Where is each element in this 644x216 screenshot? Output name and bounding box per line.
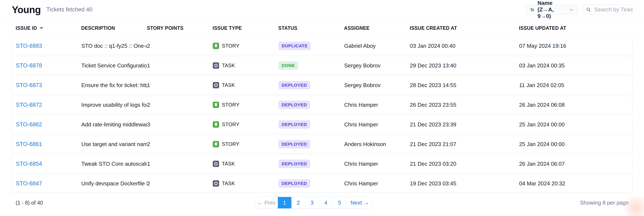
created-at-cell: 29 Dec 2023 13:40 — [410, 62, 519, 69]
ticket-id-link[interactable]: STO-6883 — [16, 43, 42, 49]
status-badge: DUPLICATE — [278, 42, 311, 50]
created-at-cell: 26 Dec 2023 23:55 — [410, 102, 519, 108]
description-cell: Unify devspace Dockerfile build — [81, 180, 147, 187]
sort-direction-icon — [40, 27, 43, 30]
table-row: STO-6883 STO doc :: q1-fy25 :: One-click… — [12, 37, 632, 55]
tickets-fetched-count: Tickets fetched 40 — [46, 6, 92, 13]
updated-at-cell: 25 Jan 2024 00:00 — [519, 121, 632, 128]
page-button-2[interactable]: 2 — [292, 197, 305, 208]
pagination-bar: (1 - 8) of 40 ← Prev 1 2 3 4 5 Next → Sh… — [12, 197, 632, 208]
created-at-cell: 21 Dec 2023 23:39 — [410, 121, 519, 128]
search-container — [583, 5, 636, 14]
page-title: Young — [12, 4, 41, 16]
ticket-id-link[interactable]: STO-6854 — [16, 161, 42, 167]
story-icon — [213, 141, 219, 147]
status-badge: DEPLOYED — [278, 140, 310, 148]
description-cell: Add rate-limiting middleware to S... — [81, 121, 147, 128]
story-points-cell: 2 — [147, 43, 213, 49]
table-row: STO-6878 Ticket Service Configuration 1 … — [12, 56, 632, 74]
issue-type-cell: Story — [213, 43, 278, 49]
per-page-text: Showing 8 per page — [580, 200, 629, 206]
issue-type-cell: Task — [213, 82, 278, 88]
status-badge: DEPLOYED — [278, 120, 310, 129]
issue-type-label: Story — [222, 122, 240, 128]
top-bar: Young Tickets fetched 40 Name (Z→A, 9→0) — [0, 0, 644, 20]
assignee-cell: Anders Hokinson — [344, 141, 410, 148]
story-points-cell: 1 — [147, 62, 213, 69]
table-row: STO-6854 Tweak STO Core autoscaling par.… — [12, 155, 632, 173]
column-header-description: Description — [81, 25, 147, 31]
issue-type-cell: Task — [213, 161, 278, 167]
created-at-cell: 03 Jan 2024 00:40 — [410, 43, 519, 49]
table-row: STO-6847 Unify devspace Dockerfile build… — [12, 174, 632, 192]
assignee-cell: Chris Hamper — [344, 180, 410, 187]
updated-at-cell: 04 Mar 2024 20:32 — [519, 180, 632, 187]
sort-dropdown[interactable]: Name (Z→A, 9→0) — [526, 5, 578, 14]
description-cell: Ticket Service Configuration — [81, 62, 147, 69]
arrow-left-icon: ← — [257, 200, 263, 206]
page-button-3[interactable]: 3 — [305, 197, 319, 208]
next-page-button[interactable]: Next → — [346, 197, 373, 208]
table-row: STO-6861 Use target and variant name sea… — [12, 135, 632, 153]
description-cell: Improve usability of logs for failur... — [81, 102, 147, 108]
issue-type-cell: Task — [213, 62, 278, 69]
search-icon — [586, 7, 591, 12]
issue-type-label: Task — [222, 82, 235, 88]
updated-at-cell: 07 May 2024 19:16 — [519, 43, 632, 49]
assignee-cell: Chris Hamper — [344, 161, 410, 167]
created-at-cell: 28 Dec 2023 14:55 — [410, 82, 519, 88]
status-badge: DEPLOYED — [278, 100, 310, 109]
ticket-id-link[interactable]: STO-6862 — [16, 121, 42, 128]
issue-type-cell: Story — [213, 141, 278, 147]
column-header-story-points: Story Points — [147, 25, 212, 31]
page-button-1[interactable]: 1 — [278, 197, 292, 208]
updated-at-cell: 26 Jan 2024 06:08 — [519, 102, 632, 108]
story-points-cell: 1 — [147, 161, 213, 167]
updated-at-cell: 03 Jan 2024 00:35 — [519, 62, 632, 69]
issue-type-cell: Story — [213, 121, 278, 128]
result-range-text: (1 - 8) of 40 — [16, 200, 43, 206]
arrow-right-icon: → — [364, 200, 369, 206]
prev-page-button[interactable]: ← Prev — [255, 197, 278, 208]
column-header-issue-updated-at: Issue Updated At — [519, 25, 632, 31]
assignee-cell: Sergey Bobrov — [344, 62, 410, 69]
updated-at-cell: 26 Jan 2024 06:07 — [519, 161, 632, 167]
ticket-id-link[interactable]: STO-6847 — [16, 180, 42, 186]
ticket-id-link[interactable]: STO-6878 — [16, 62, 42, 69]
ticket-id-link[interactable]: STO-6872 — [16, 102, 42, 108]
story-points-cell: 1 — [147, 82, 213, 88]
ticket-id-link[interactable]: STO-6873 — [16, 82, 42, 88]
issue-type-label: Story — [222, 141, 240, 147]
column-header-status: Status — [278, 25, 344, 31]
page-button-4[interactable]: 4 — [319, 197, 333, 208]
issue-type-cell: Task — [213, 180, 278, 186]
status-badge: DEPLOYED — [278, 179, 310, 188]
chevron-down-icon — [569, 8, 574, 12]
table-header-row: Issue ID Description Story Points Issue … — [12, 20, 632, 37]
pager: ← Prev 1 2 3 4 5 Next → — [255, 197, 373, 208]
table-row: STO-6872 Improve usability of logs for f… — [12, 96, 632, 114]
task-icon — [213, 82, 219, 88]
updated-at-cell: 11 Jan 2024 02:05 — [519, 82, 632, 88]
issue-type-cell: Story — [213, 102, 278, 108]
description-cell: STO doc :: q1-fy25 :: One-click e... — [81, 43, 147, 49]
description-cell: Tweak STO Core autoscaling par... — [81, 161, 147, 167]
table-row: STO-6873 Ensure the fix for ticket: http… — [12, 76, 632, 94]
ticket-id-link[interactable]: STO-6861 — [16, 141, 42, 147]
story-icon — [213, 102, 219, 108]
assignee-cell: Gabriel Aboy — [344, 43, 410, 49]
issue-type-label: Task — [222, 62, 235, 68]
updated-at-cell: 25 Jan 2024 00:00 — [519, 141, 632, 148]
created-at-cell: 21 Dec 2023 21:07 — [410, 141, 519, 148]
column-header-issue-created-at: Issue Created At — [410, 25, 519, 31]
status-badge: DONE — [278, 61, 298, 70]
story-points-cell: 3 — [147, 121, 213, 128]
column-header-issue-id[interactable]: Issue ID — [16, 25, 81, 31]
story-points-cell: 2 — [147, 141, 213, 148]
issue-type-label: Story — [222, 102, 240, 108]
issue-type-label: Story — [222, 43, 240, 49]
description-cell: Use target and variant name sear... — [81, 141, 147, 148]
page-button-5[interactable]: 5 — [333, 197, 346, 208]
assignee-cell: Chris Hamper — [344, 121, 410, 128]
issue-type-label: Task — [222, 180, 235, 186]
